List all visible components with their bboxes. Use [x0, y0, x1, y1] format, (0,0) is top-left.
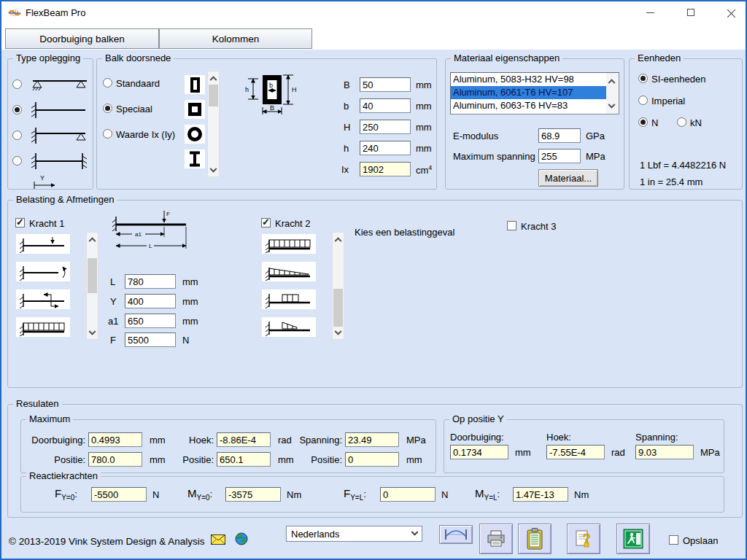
- svg-text:H: H: [292, 86, 297, 93]
- minimize-button[interactable]: [633, 1, 667, 23]
- support-icon-propped-cantilever[interactable]: [27, 126, 91, 145]
- field-Ix-label: Ix: [341, 164, 349, 175]
- units-radio-n[interactable]: [638, 117, 648, 127]
- section-dimension-diagram: b h H B: [241, 69, 314, 116]
- scroll-up-icon[interactable]: [87, 233, 98, 244]
- units-radio-si[interactable]: [638, 74, 648, 83]
- material-list-scrollbar[interactable]: [606, 73, 619, 114]
- dim-L-label: L: [110, 276, 115, 287]
- field-b-input[interactable]: [360, 98, 411, 113]
- dim-Y-input[interactable]: [125, 294, 176, 308]
- load2-scrollbar[interactable]: [332, 232, 344, 340]
- email-icon[interactable]: [211, 534, 225, 545]
- load1-item-distributed-load[interactable]: [16, 317, 70, 337]
- section-ix-label: Waarde Ix (Iy): [116, 129, 175, 140]
- section-radio-standard[interactable]: [103, 78, 112, 88]
- shape-item-i-beam[interactable]: [185, 149, 205, 168]
- maxstress-input[interactable]: [538, 149, 581, 163]
- support-icon-fixed-fixed[interactable]: [27, 152, 91, 171]
- scroll-up-icon[interactable]: [606, 74, 617, 86]
- scrollbar-thumb[interactable]: [209, 85, 218, 106]
- max-defl-output: [88, 432, 142, 447]
- window-title: FlexBeam Pro: [26, 7, 85, 18]
- force1-checkbox[interactable]: [15, 218, 25, 228]
- field-B-input[interactable]: [360, 77, 411, 92]
- shape-list-scrollbar[interactable]: [207, 71, 220, 177]
- dim-F-input[interactable]: [125, 332, 176, 347]
- material-item[interactable]: Aluminum, 5083-H32 HV=98: [451, 73, 619, 86]
- units-radio-imperial[interactable]: [638, 96, 648, 105]
- scroll-down-icon[interactable]: [606, 101, 617, 112]
- support-radio-fixed-fixed[interactable]: [12, 156, 22, 166]
- load1-scrollbar[interactable]: [86, 232, 98, 340]
- language-select[interactable]: Nederlands: [286, 526, 422, 542]
- load-case-diagram: F a1 L: [110, 209, 192, 256]
- scroll-down-icon[interactable]: [87, 327, 98, 339]
- load2-item-triangular-load[interactable]: [262, 262, 316, 281]
- load2-item-partial-udl[interactable]: [262, 289, 316, 309]
- dim-L-input[interactable]: [125, 274, 176, 289]
- material-item-selected[interactable]: Aluminum, 6061-T6 HV=107: [451, 86, 619, 99]
- shape-item-rect-tube[interactable]: [185, 75, 205, 94]
- max-stress-unit: MPa: [406, 435, 426, 446]
- support-icon-cantilever[interactable]: [27, 101, 91, 120]
- force3-checkbox[interactable]: [507, 221, 516, 230]
- load1-item-point-load[interactable]: [16, 234, 70, 254]
- material-button[interactable]: Materiaal...: [538, 169, 598, 187]
- tab-doorbuiging-balken[interactable]: Doorbuiging balken: [5, 28, 159, 49]
- load1-item-step-moment[interactable]: [16, 289, 70, 309]
- max-defl-label: Doorbuiging:: [27, 435, 85, 446]
- save-checkbox[interactable]: [669, 535, 678, 545]
- close-button[interactable]: [715, 1, 747, 23]
- field-H-label: H: [344, 122, 350, 133]
- dim-a1-input[interactable]: [125, 314, 176, 328]
- report-button[interactable]: [518, 524, 551, 554]
- clipboard-icon: [525, 528, 544, 550]
- tab-kolommen[interactable]: Kolommen: [159, 28, 312, 49]
- shape-item-circle-tube[interactable]: [185, 125, 205, 144]
- field-h-input[interactable]: [360, 141, 411, 155]
- emodulus-input[interactable]: [538, 128, 581, 143]
- aty-defl-unit: mm: [515, 447, 531, 458]
- section-radio-special[interactable]: [103, 104, 112, 113]
- scroll-down-icon[interactable]: [208, 165, 219, 176]
- shape-item-square-tube[interactable]: [185, 100, 205, 119]
- reaction-fl-sym: FY=L:: [344, 487, 366, 499]
- chevron-down-icon: [407, 532, 422, 537]
- scrollbar-thumb[interactable]: [333, 289, 343, 327]
- aty-angle-output: [546, 445, 605, 459]
- reaction-ml-sym: MY=L:: [475, 487, 500, 499]
- units-si-label: SI-eenheden: [651, 74, 705, 85]
- material-item[interactable]: Aluminum, 6063-T6 HV=83: [451, 99, 619, 112]
- scroll-up-icon[interactable]: [333, 233, 344, 244]
- support-radio-propped-cantilever[interactable]: [12, 131, 22, 140]
- load1-item-end-moment[interactable]: [16, 262, 70, 281]
- scroll-down-icon[interactable]: [333, 327, 344, 339]
- copyright-text: © 2013-2019 Vink System Design & Analysi…: [9, 536, 205, 547]
- maximize-button[interactable]: [674, 1, 708, 23]
- support-icon-simply-supported[interactable]: [27, 75, 91, 94]
- load2-item-full-udl[interactable]: [262, 234, 316, 254]
- support-radio-cantilever[interactable]: [12, 105, 22, 114]
- scroll-up-icon[interactable]: [208, 71, 219, 83]
- y-axis-icon: Y: [30, 174, 66, 189]
- force2-checkbox[interactable]: [261, 218, 271, 228]
- beam-diagram-button[interactable]: [439, 525, 473, 544]
- field-H-input[interactable]: [360, 120, 411, 134]
- exit-icon: [622, 528, 644, 550]
- svg-text:F: F: [166, 211, 170, 217]
- help-button[interactable]: ?: [567, 524, 600, 554]
- section-radio-ix-value[interactable]: [103, 129, 112, 139]
- exit-button[interactable]: [616, 524, 650, 554]
- scrollbar-thumb[interactable]: [88, 258, 97, 293]
- globe-icon[interactable]: [235, 532, 248, 545]
- save-label: Opslaan: [683, 535, 718, 546]
- title-bar[interactable]: FlexBeam Pro: [1, 1, 746, 23]
- units-imperial-label: Imperial: [651, 96, 685, 106]
- load2-item-partial-triangular[interactable]: [262, 317, 316, 337]
- reactions-group: Reactiekrachten FY=0: N MY=0: Nm FY=L: N…: [20, 476, 724, 513]
- max-angle-pos-unit: mm: [278, 454, 294, 465]
- print-button[interactable]: [479, 524, 513, 554]
- units-radio-kn[interactable]: [677, 117, 686, 127]
- support-radio-simply-supported[interactable]: [12, 79, 22, 89]
